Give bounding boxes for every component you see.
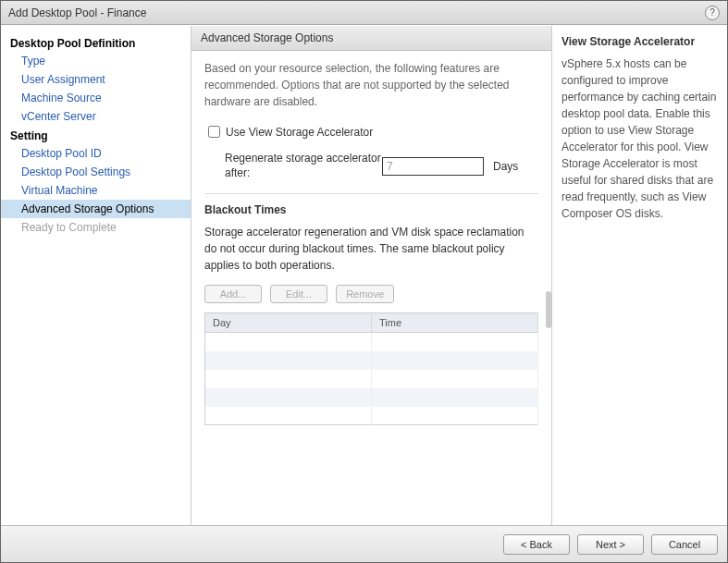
table-row — [205, 370, 538, 388]
sidebar-item-type[interactable]: Type — [1, 52, 191, 70]
sidebar-item-advanced-storage-options[interactable]: Advanced Storage Options — [1, 200, 191, 218]
regenerate-days-input[interactable] — [382, 157, 484, 176]
blackout-desc: Storage accelerator regeneration and VM … — [204, 224, 538, 274]
section-header: Advanced Storage Options — [191, 26, 551, 51]
regenerate-label: Regenerate storage accelerator after: — [225, 152, 382, 180]
blackout-table: Day Time — [204, 312, 538, 425]
info-panel: View Storage Accelerator vSphere 5.x hos… — [551, 26, 727, 525]
info-title: View Storage Accelerator — [561, 35, 718, 48]
regenerate-row: Regenerate storage accelerator after: Da… — [204, 152, 538, 180]
use-view-storage-accelerator-checkbox[interactable] — [208, 126, 220, 138]
help-icon[interactable]: ? — [705, 6, 720, 20]
sidebar-item-ready-to-complete: Ready to Complete — [1, 218, 191, 237]
sidebar-item-desktop-pool-settings[interactable]: Desktop Pool Settings — [1, 163, 191, 181]
back-button[interactable]: < Back — [503, 534, 570, 555]
dialog-window: Add Desktop Pool - Finance ? Desktop Poo… — [0, 0, 728, 563]
sidebar-item-vcenter-server[interactable]: vCenter Server — [1, 107, 191, 126]
intro-text: Based on your resource selection, the fo… — [204, 60, 538, 110]
sidebar-item-user-assignment[interactable]: User Assignment — [1, 70, 191, 89]
center-content: Based on your resource selection, the fo… — [191, 51, 551, 525]
next-button[interactable]: Next > — [577, 534, 644, 555]
scrollbar-thumb-icon[interactable] — [546, 291, 551, 328]
blackout-remove-button[interactable]: Remove — [336, 285, 394, 303]
dialog-body: Desktop Pool Definition Type User Assign… — [1, 25, 727, 525]
main-area: Advanced Storage Options Based on your r… — [191, 26, 727, 525]
table-row — [205, 351, 538, 370]
titlebar: Add Desktop Pool - Finance ? — [1, 1, 727, 25]
use-view-storage-accelerator-row[interactable]: Use View Storage Accelerator — [204, 123, 538, 141]
blackout-add-button[interactable]: Add... — [204, 285, 262, 303]
blackout-col-time[interactable]: Time — [372, 313, 538, 333]
blackout-col-day[interactable]: Day — [205, 313, 372, 333]
sidebar-group-header: Desktop Pool Definition — [1, 33, 191, 52]
window-title: Add Desktop Pool - Finance — [8, 6, 705, 19]
sidebar-item-machine-source[interactable]: Machine Source — [1, 89, 191, 107]
use-view-storage-accelerator-label: Use View Storage Accelerator — [226, 126, 373, 139]
wizard-sidebar: Desktop Pool Definition Type User Assign… — [1, 26, 191, 525]
blackout-title: Blackout Times — [204, 203, 538, 216]
sidebar-item-desktop-pool-id[interactable]: Desktop Pool ID — [1, 144, 191, 163]
blackout-button-row: Add... Edit... Remove — [204, 285, 538, 303]
sidebar-group-header: Setting — [1, 126, 191, 144]
separator — [204, 193, 538, 194]
info-body: vSphere 5.x hosts can be configured to i… — [561, 55, 718, 222]
blackout-edit-button[interactable]: Edit... — [270, 285, 327, 303]
cancel-button[interactable]: Cancel — [651, 534, 718, 555]
sidebar-item-virtual-machine[interactable]: Virtual Machine — [1, 181, 191, 200]
table-row — [205, 388, 538, 407]
footer: < Back Next > Cancel — [1, 525, 727, 562]
table-row — [205, 333, 538, 351]
table-row — [205, 407, 538, 425]
regenerate-unit: Days — [493, 160, 518, 173]
center-column: Advanced Storage Options Based on your r… — [191, 26, 551, 525]
